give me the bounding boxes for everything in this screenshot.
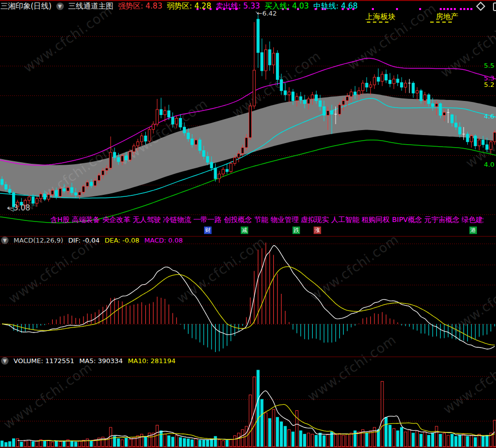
axis-label-5-5: 5.5 (484, 62, 494, 69)
volume-collapse-icon[interactable]: ▼ (1, 357, 9, 365)
volume-header: ▼ VOLUME: 1172551 MA5: 390334 MA10: 2811… (1, 357, 175, 365)
corner-button-icon[interactable] (493, 3, 496, 11)
macd-name: MACD(12,26,9) (14, 237, 63, 244)
macd-dea-value: DEA: -0.08 (105, 237, 139, 244)
axis-label-4-6: 4.6 (484, 113, 494, 120)
badge-rise[interactable]: 涨 (314, 227, 321, 234)
watermark-text: www.cfchi.com (305, 332, 399, 404)
concept-tags-line[interactable]: 含H股 高端装备 央企改革 无人驾驶 冷链物流 一带一路 创投概念 节能 物业管… (50, 215, 483, 225)
sector-link-shanghai[interactable]: 上海板块 (365, 12, 395, 22)
volume-ma5-value: MA5: 390334 (79, 357, 123, 365)
weak-zone-value: 弱势区: 4.28 (167, 2, 211, 11)
chevron-down-icon[interactable]: ▼ (56, 3, 64, 10)
volume-ma10-value: MA10: 281194 (128, 357, 175, 365)
macd-header: ▼ MACD(12,26,9) DIF: -0.04 DEA: -0.08 MA… (1, 237, 183, 244)
watermark-text: www.cfchi.com (307, 232, 402, 304)
stock-title: 三湘印象(日线) (1, 2, 52, 11)
badge-finance[interactable]: 财 (204, 227, 212, 234)
macd-bar-value: MACD: 0.08 (144, 237, 182, 244)
badge-reduce[interactable]: 减 (241, 227, 248, 234)
strong-zone-value: 强势区: 4.83 (118, 2, 162, 11)
low-price-annotation: ←3.08 (7, 203, 30, 212)
sell-line-value: 卖出线: 5.33 (216, 2, 260, 11)
indicator-title: 三线通道主图 (68, 2, 114, 11)
title-bar: 三湘印象(日线) ▼ 三线通道主图 强势区: 4.83 弱势区: 4.28 卖出… (1, 2, 358, 11)
stock-app-window: www.cfchi.comwww.cfchi.comwww.cfchi.comw… (0, 0, 496, 448)
badge-hk[interactable]: 港 (469, 227, 477, 234)
volume-value: VOLUME: 1172551 (14, 357, 74, 365)
watermark-text: www.cfchi.com (6, 234, 100, 306)
watermark-text: www.cfchi.com (448, 264, 496, 337)
sector-link-realestate[interactable]: 房地产 (436, 12, 458, 22)
mid-line-value: 中轨线: 4.68 (314, 2, 358, 11)
macd-collapse-icon[interactable]: ▼ (1, 237, 9, 244)
axis-label-5-2: 5.2 (484, 81, 494, 88)
watermark-text: www.cfchi.com (345, 1, 439, 73)
high-price-annotation: ←6.42 (257, 10, 277, 17)
badge-fall[interactable]: 跌 (292, 227, 300, 234)
watermark-text: www.cfchi.com (440, 345, 496, 417)
watermark-text: www.cfchi.com (21, 3, 115, 75)
axis-label-4-0: 4.0 (484, 161, 494, 168)
macd-dif-value: DIF: -0.04 (68, 237, 100, 244)
